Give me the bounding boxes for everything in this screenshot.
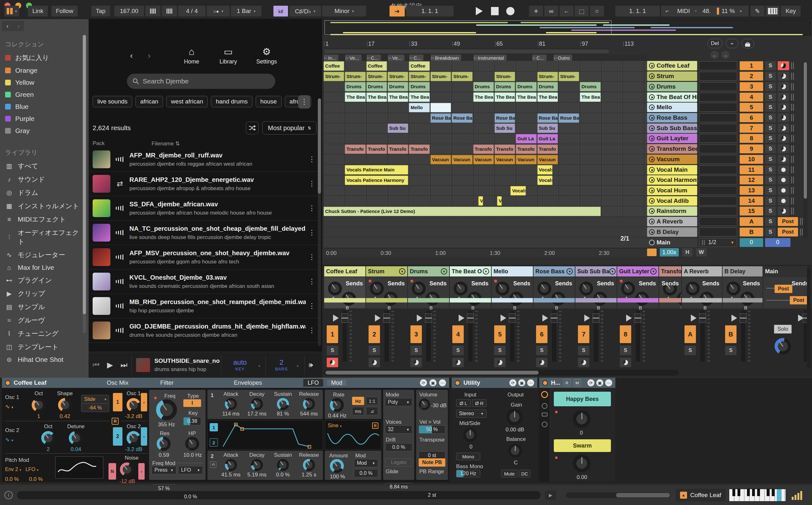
- automation-mode-icon[interactable]: ○: [590, 6, 604, 16]
- scale-name-menu[interactable]: Minor▾: [322, 6, 366, 16]
- sort-menu[interactable]: Most popular⇅: [262, 121, 316, 135]
- solo-button[interactable]: S: [765, 155, 776, 164]
- tag-filter-chip[interactable]: hand drums: [211, 96, 252, 107]
- track-activator-button[interactable]: 5: [494, 325, 506, 343]
- more-options-icon[interactable]: ⋯: [605, 379, 612, 386]
- tag-filter-chip[interactable]: west african: [166, 96, 208, 107]
- lfo-rate-knob[interactable]: [330, 398, 344, 412]
- dc-button[interactable]: DC: [519, 470, 530, 477]
- arm-button[interactable]: [494, 358, 506, 367]
- solo-button[interactable]: S: [368, 346, 380, 355]
- mono-button[interactable]: Mono: [456, 453, 480, 460]
- beat-time-ruler[interactable]: 1173349658197113: [323, 40, 647, 48]
- device-title[interactable]: H...: [551, 379, 560, 386]
- track-grip[interactable]: [791, 156, 795, 163]
- lfo-sync-icon[interactable]: ⊿: [366, 407, 378, 415]
- solo-button[interactable]: S: [765, 61, 776, 70]
- env2-attack-knob[interactable]: [225, 459, 237, 471]
- mixer-vertical-scrollbar[interactable]: [807, 267, 811, 368]
- next-sample-button[interactable]: ⏭: [117, 361, 131, 369]
- track-lane[interactable]: [323, 186, 647, 196]
- record-button[interactable]: [506, 7, 515, 15]
- bass-mono-freq[interactable]: 120 Hz: [456, 470, 480, 477]
- device-on-button[interactable]: [542, 380, 548, 386]
- track-lane-area[interactable]: [323, 61, 647, 248]
- osc1-route-button[interactable]: ›: [141, 393, 147, 411]
- env2-loop-icon[interactable]: ⟲: [210, 462, 216, 468]
- metronome-button[interactable]: ○●▾: [207, 6, 230, 16]
- mini-keyboard[interactable]: [729, 489, 786, 502]
- env2-sustain-knob[interactable]: [277, 459, 289, 471]
- track-activator-button[interactable]: 15: [740, 207, 763, 215]
- volume-fader[interactable]: [342, 311, 347, 361]
- waveform-icon[interactable]: [116, 155, 124, 163]
- env1-tab[interactable]: 1: [210, 423, 218, 432]
- track-grip[interactable]: [791, 62, 795, 69]
- solo-button[interactable]: S: [765, 227, 776, 236]
- track-lane[interactable]: [323, 123, 647, 134]
- waveform-icon[interactable]: [116, 326, 124, 335]
- track-header[interactable]: Guit Layter 8 S: [647, 134, 808, 144]
- sidebar-item-collection[interactable]: Green: [0, 89, 88, 101]
- send-a-knob[interactable]: [537, 282, 551, 296]
- volume-fader[interactable]: [468, 311, 473, 361]
- track-lane[interactable]: [323, 196, 647, 206]
- sidebar-item-library[interactable]: ≈ グルーヴ: [0, 314, 88, 327]
- volume-fader[interactable]: [594, 311, 598, 361]
- filter-mod-source1-menu[interactable]: Press▼: [152, 466, 176, 474]
- osc1-on-button[interactable]: 1: [113, 393, 122, 411]
- hot-swap-icon[interactable]: ⟳: [509, 379, 516, 386]
- track-header[interactable]: Vocal Main 11 S: [647, 165, 808, 175]
- row-options-button[interactable]: ⋮: [308, 204, 316, 212]
- filter-key-amount[interactable]: 0.38: [183, 417, 201, 425]
- sample-filename[interactable]: RARE_AHP2_120_Djembe_energetic.wav: [129, 176, 306, 183]
- voices-menu[interactable]: 32▼: [385, 425, 413, 434]
- track-lane[interactable]: [323, 144, 647, 155]
- arm-button[interactable]: [778, 155, 789, 164]
- stop-button[interactable]: [491, 7, 499, 15]
- pitch-mod-source1-menu[interactable]: Env 2 ▾: [5, 467, 21, 472]
- track-activator-button[interactable]: 1: [740, 61, 763, 70]
- status-scrollbar[interactable]: [566, 492, 670, 498]
- sidebar-item-library[interactable]: ⊷ プラグイン: [0, 274, 88, 287]
- track-header[interactable]: Vocal Harmony 12 S: [647, 175, 808, 186]
- osc1-shape-mod-amount[interactable]: -64 %: [81, 403, 109, 412]
- track-activator-button[interactable]: 2: [368, 325, 380, 343]
- solo-button[interactable]: S: [765, 144, 776, 153]
- osc2-on-button[interactable]: 2: [113, 427, 122, 446]
- arm-button[interactable]: [578, 358, 589, 367]
- unfold-chevron-icon[interactable]: ▼: [483, 268, 489, 275]
- track-header[interactable]: Vacuum 10 S: [647, 154, 808, 165]
- envelope-display[interactable]: 1 2: [208, 420, 323, 450]
- volume-fader[interactable]: [510, 311, 515, 361]
- rack-m-button[interactable]: M: [574, 379, 581, 386]
- arm-button[interactable]: [778, 93, 789, 102]
- solo-button[interactable]: Solo: [774, 325, 792, 334]
- waveform-icon[interactable]: [116, 253, 124, 261]
- sidebar-item-library[interactable]: ▦ インストゥルメント: [0, 199, 88, 213]
- tab-lfo[interactable]: LFO: [303, 379, 323, 387]
- pack-artwork[interactable]: [93, 175, 110, 193]
- main-output-routing[interactable]: 1/2▼: [699, 238, 737, 247]
- track-activator-button[interactable]: 6: [536, 325, 547, 343]
- filter-type-button[interactable]: I: [183, 399, 201, 407]
- filter-mod-source2-menu[interactable]: LFO▼: [178, 466, 203, 474]
- post-button[interactable]: Post: [778, 227, 798, 236]
- track-header[interactable]: Mello 5 S: [647, 103, 808, 113]
- solo-button[interactable]: S: [765, 176, 776, 184]
- row-options-button[interactable]: ⋮: [308, 180, 316, 188]
- main-track-header[interactable]: Main 1/2▼ 0 0: [647, 237, 808, 248]
- track-lane[interactable]: [323, 103, 647, 113]
- quantize-menu[interactable]: 1 Bar▾: [231, 6, 261, 16]
- solo-button[interactable]: S: [765, 196, 776, 205]
- track-grip[interactable]: [791, 73, 795, 80]
- time-signature-field[interactable]: 4 / 4: [178, 6, 206, 16]
- sidebar-item-library[interactable]: ⌇ チューニング: [0, 327, 88, 340]
- sample-row[interactable]: ⇄ AFP_MSV_percussion_one_shot_heavy_djem…: [89, 245, 318, 270]
- arm-button[interactable]: [778, 82, 789, 91]
- track-name[interactable]: The Beat Of Hist: [656, 94, 697, 101]
- rack-r-button[interactable]: R: [564, 379, 571, 386]
- locator-marker[interactable]: ▷In...: [323, 54, 338, 61]
- solo-button[interactable]: S: [685, 346, 696, 355]
- rack-device-header[interactable]: H... R M ⟳ ▣ ⋯: [539, 378, 615, 388]
